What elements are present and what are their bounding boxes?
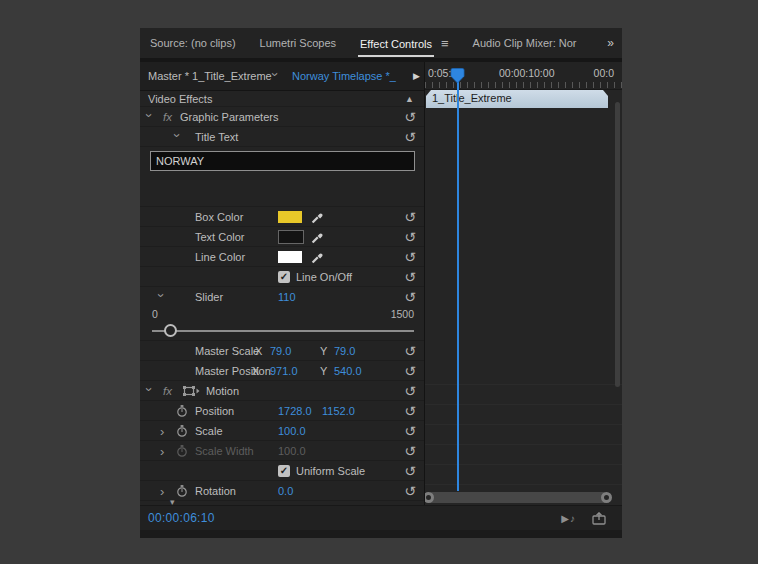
chevron-expand-icon[interactable]: ›	[142, 387, 157, 391]
master-scale-x-value[interactable]: 79.0	[270, 345, 291, 357]
play-icon[interactable]: ▶	[413, 71, 420, 81]
fx-badge-icon: fx	[163, 111, 172, 123]
axis-x-label: X	[252, 365, 259, 377]
tab-effect-controls-label: Effect Controls	[360, 38, 432, 50]
panel-tab-bar: Source: (no clips) Lumetri Scopes Effect…	[140, 28, 622, 58]
chevron-expand-icon[interactable]: ›	[170, 133, 185, 137]
reset-parameter-icon[interactable]: ↺	[404, 229, 416, 245]
reset-parameter-icon[interactable]: ↺	[404, 289, 416, 305]
scale-value[interactable]: 100.0	[278, 425, 306, 437]
line-color-row: Line Color ↺	[140, 247, 424, 267]
fx-badge-icon: fx	[163, 385, 172, 397]
stopwatch-toggle-icon[interactable]	[176, 404, 188, 417]
tab-source-label: Source: (no clips)	[150, 37, 236, 49]
reset-parameter-icon[interactable]: ↺	[404, 249, 416, 265]
slider-track[interactable]	[152, 330, 414, 332]
chevron-collapsed-icon[interactable]: ›	[160, 423, 164, 438]
eyedropper-icon[interactable]	[310, 250, 323, 263]
zoom-handle-left[interactable]	[425, 492, 434, 503]
tab-audio-clip-mixer[interactable]: Audio Clip Mixer: Nor	[473, 37, 577, 49]
stopwatch-toggle-icon[interactable]	[176, 484, 188, 497]
text-color-swatch[interactable]	[278, 230, 304, 244]
line-onoff-checkbox[interactable]: ✓	[278, 271, 290, 283]
reset-parameter-icon[interactable]: ↺	[404, 343, 416, 359]
eyedropper-icon[interactable]	[310, 230, 323, 243]
master-position-y-value[interactable]: 540.0	[334, 365, 362, 377]
line-onoff-row: ✓ Line On/Off ↺	[140, 267, 424, 287]
chevron-down-icon[interactable]: ›	[268, 72, 283, 76]
position-x-value[interactable]: 1728.0	[278, 405, 312, 417]
clip-header-row: Master * 1_Title_Extreme › Norway Timela…	[140, 62, 424, 91]
panel-footer: 00:00:06:10 ▶♪	[140, 505, 622, 530]
collapse-section-icon[interactable]: ▲	[405, 94, 414, 104]
effect-controls-panel: Source: (no clips) Lumetri Scopes Effect…	[140, 28, 622, 538]
reset-parameter-icon[interactable]: ↺	[404, 403, 416, 419]
master-clip-tab[interactable]: Master * 1_Title_Extreme	[148, 70, 272, 82]
slider-value[interactable]: 110	[278, 291, 296, 303]
playhead-marker-icon[interactable]	[450, 68, 465, 84]
axis-x-label: X	[255, 345, 262, 357]
slider-handle[interactable]	[164, 324, 177, 337]
timeline-clip[interactable]: 1_Title_Extreme	[426, 90, 608, 108]
tab-lumetri-scopes[interactable]: Lumetri Scopes	[260, 37, 336, 49]
tab-source[interactable]: Source: (no clips)	[150, 37, 236, 49]
zoom-handle-right[interactable]	[601, 492, 612, 503]
line-onoff-label: Line On/Off	[296, 271, 352, 283]
current-timecode[interactable]: 00:00:06:10	[148, 511, 215, 525]
scale-width-row: › Scale Width 100.0 ↺	[140, 441, 424, 461]
title-text-row: › Title Text ↺	[140, 127, 424, 147]
stopwatch-toggle-icon[interactable]	[176, 424, 188, 437]
title-text-label: Title Text	[195, 131, 238, 143]
reset-parameter-icon[interactable]: ↺	[404, 269, 416, 285]
master-position-x-value[interactable]: 971.0	[270, 365, 298, 377]
spacer-row	[140, 177, 424, 207]
rotation-value[interactable]: 0.0	[278, 485, 293, 497]
timeline-zoom-scrollbar[interactable]	[426, 492, 609, 503]
reset-parameter-icon[interactable]: ↺	[404, 209, 416, 225]
axis-y-label: Y	[320, 365, 327, 377]
sequence-clip-tab[interactable]: Norway Timelapse *_	[292, 70, 396, 82]
title-text-input-row	[140, 147, 424, 177]
master-scale-y-value[interactable]: 79.0	[334, 345, 355, 357]
slider-min-label: 0	[152, 308, 158, 320]
playhead-line	[457, 75, 459, 491]
chevron-expand-icon[interactable]: ›	[142, 113, 157, 117]
tab-overflow-icon[interactable]: »	[607, 36, 612, 50]
uniform-scale-checkbox[interactable]: ✓	[278, 465, 290, 477]
scale-label: Scale	[195, 425, 223, 437]
line-color-swatch[interactable]	[278, 251, 302, 263]
reset-parameter-icon[interactable]: ↺	[404, 443, 416, 459]
panel-menu-icon[interactable]: ≡	[441, 36, 449, 51]
eyedropper-icon[interactable]	[310, 210, 323, 223]
slider-row: › Slider 110 ↺	[140, 287, 424, 307]
position-label: Position	[195, 405, 234, 417]
reset-parameter-icon[interactable]: ↺	[404, 109, 416, 125]
reset-parameter-icon[interactable]: ↺	[404, 129, 416, 145]
rotation-label: Rotation	[195, 485, 236, 497]
reset-parameter-icon[interactable]: ↺	[404, 383, 416, 399]
master-scale-row: Master Scale X 79.0 Y 79.0 ↺	[140, 341, 424, 361]
timeline-clip-label: 1_Title_Extreme	[432, 92, 512, 104]
tab-audio-mixer-label: Audio Clip Mixer: Nor	[473, 37, 577, 49]
slider-label: Slider	[195, 291, 223, 303]
reset-parameter-icon[interactable]: ↺	[404, 423, 416, 439]
box-color-label: Box Color	[195, 211, 243, 223]
video-effects-label: Video Effects	[148, 93, 212, 105]
chevron-collapsed-icon[interactable]: ›	[160, 483, 164, 498]
stopwatch-toggle-icon	[176, 444, 188, 457]
reset-parameter-icon[interactable]: ↺	[404, 483, 416, 499]
box-color-swatch[interactable]	[278, 211, 302, 223]
title-text-input[interactable]	[150, 151, 415, 171]
rotation-row: › Rotation 0.0 ↺	[140, 481, 424, 501]
play-audio-icon[interactable]: ▶♪	[561, 513, 576, 524]
reset-parameter-icon[interactable]: ↺	[404, 363, 416, 379]
tab-effect-controls[interactable]: Effect Controls≡	[360, 36, 449, 51]
reset-parameter-icon[interactable]: ↺	[404, 463, 416, 479]
chevron-expand-icon[interactable]: ›	[154, 293, 169, 297]
uniform-scale-row: ✓ Uniform Scale ↺	[140, 461, 424, 481]
line-color-label: Line Color	[195, 251, 245, 263]
master-position-row: Master Position X 971.0 Y 540.0 ↺	[140, 361, 424, 381]
position-y-value[interactable]: 1152.0	[322, 405, 355, 417]
timeline-vertical-scrollbar[interactable]	[615, 102, 620, 387]
export-frame-icon[interactable]	[592, 512, 606, 525]
